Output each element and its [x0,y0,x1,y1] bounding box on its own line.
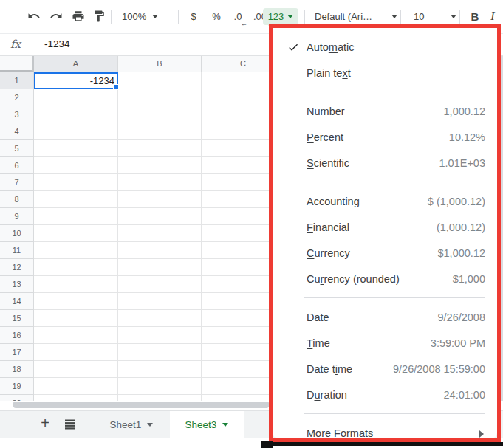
menu-item-example-value: 1.01E+03 [439,157,498,169]
menu-item-scientific[interactable]: Scientific1.01E+03 [273,150,497,176]
row-header-4[interactable]: 4 [0,123,34,140]
column-header-B[interactable]: B [118,56,202,72]
menu-item-time[interactable]: Time3:59:00 PM [273,330,497,356]
number-format-label: 123 [268,11,284,22]
format-percent-button[interactable]: % [208,6,225,27]
row-header-6[interactable]: 6 [0,157,34,174]
row-header-16[interactable]: 16 [0,327,34,344]
menu-item-accounting[interactable]: Accounting$ (1,000.12) [273,188,497,214]
menu-item-more-formats[interactable]: More Formats [273,420,497,438]
redo-button[interactable] [47,6,66,27]
row-header-7[interactable]: 7 [0,174,34,191]
format-currency-button[interactable]: $ [185,6,202,27]
arrow-left-icon: ← [241,20,247,27]
sheet-tab-label: Sheet3 [185,419,217,430]
plus-icon: + [41,415,49,432]
menu-item-example-value: 1,000.12 [444,106,497,117]
bold-button[interactable]: B [467,6,483,27]
annotation-black-line [263,442,503,446]
menu-separator [304,182,485,182]
row-header-15[interactable]: 15 [0,310,34,327]
menu-item-label: Date [307,311,329,323]
paint-format-button[interactable] [89,6,109,27]
row-header-13[interactable]: 13 [0,276,34,293]
italic-icon: I [490,10,494,23]
row-header-17[interactable]: 17 [0,344,34,361]
menu-item-example-value: 3:59:00 PM [431,337,497,349]
number-format-button[interactable]: 123 [263,8,298,25]
font-family-select[interactable]: Default (Ari… [310,6,400,27]
undo-button[interactable] [24,6,44,27]
paint-format-icon [92,10,106,23]
menu-item-date-time[interactable]: Date time9/26/2008 15:59:00 [273,356,497,382]
menu-item-label: Duration [307,389,347,401]
sheet-tab-label: Sheet1 [110,419,142,430]
row-header-9[interactable]: 9 [0,208,34,225]
menu-item-duration[interactable]: Duration24:01:00 [273,382,497,407]
menu-item-label: Currency [307,247,350,259]
font-family-value: Default (Ari… [315,11,372,22]
cell-A1[interactable]: -1234 [34,72,118,89]
row-header-10[interactable]: 10 [0,225,34,242]
menu-item-currency-rounded[interactable]: Currency (rounded)$1,000 [273,266,497,292]
print-icon [72,10,85,23]
menu-item-plain-text[interactable]: Plain text [273,60,497,86]
zoom-select[interactable]: 100% [117,6,169,27]
row-header-20[interactable]: 20 [0,395,34,401]
menu-item-example-value: 10.12% [449,131,497,143]
checkmark-placeholder [287,337,307,349]
menu-item-example-value: 24:01:00 [444,389,497,401]
menu-item-currency[interactable]: Currency$1,000.12 [273,240,497,266]
add-sheet-button[interactable]: + [35,413,55,433]
row-header-18[interactable]: 18 [0,361,34,378]
all-sheets-button[interactable] [61,415,80,434]
decrease-decimal-button[interactable]: .0 ← [228,6,247,27]
row-header-14[interactable]: 14 [0,293,34,310]
chevron-down-icon [152,15,158,18]
menu-item-date[interactable]: Date9/26/2008 [273,304,497,330]
sheet-tab-sheet3[interactable]: Sheet3 [170,411,244,438]
sheet-tab-sheet1[interactable]: Sheet1 [97,411,165,438]
row-header-11[interactable]: 11 [0,242,34,259]
fill-handle[interactable] [113,84,119,90]
checkmark-icon [287,41,307,53]
menu-item-label: More Formats [307,427,373,439]
italic-button[interactable]: I [485,6,501,27]
menu-separator [304,297,485,298]
chevron-down-icon [287,15,293,18]
menu-item-label: Plain text [307,67,351,79]
submenu-arrow-icon [479,430,484,438]
menu-item-example-value: $1,000 [453,273,497,285]
menu-items: AutomaticPlain textNumber1,000.12Percent… [273,34,497,438]
all-sheets-menu-icon [64,418,76,430]
row-header-8[interactable]: 8 [0,191,34,208]
row-header-5[interactable]: 5 [0,140,34,157]
checkmark-placeholder [287,427,307,439]
currency-icon: $ [191,11,196,22]
font-size-select[interactable]: 10 [406,6,459,27]
menu-item-automatic[interactable]: Automatic [273,34,497,60]
row-header-12[interactable]: 12 [0,259,34,276]
menu-item-label: Currency (rounded) [307,273,400,285]
column-header-A[interactable]: A [34,56,118,72]
row-header-19[interactable]: 19 [0,378,34,395]
checkmark-placeholder [287,311,307,323]
menu-item-number[interactable]: Number1,000.12 [273,98,497,124]
print-button[interactable] [69,6,88,27]
select-all-corner[interactable] [0,56,34,72]
menu-item-financial[interactable]: Financial(1,000.12) [273,214,497,240]
menu-item-label: Number [307,106,345,117]
horizontal-scrollbar[interactable] [13,402,270,408]
menu-item-example-value: (1,000.12) [437,221,497,233]
checkmark-placeholder [287,196,307,207]
google-sheets-app: 100% $ % .0 ← .00 → 123 Default (Ari… [0,0,503,448]
zoom-value: 100% [122,11,146,22]
chevron-down-icon [147,423,153,427]
row-header-3[interactable]: 3 [0,106,34,123]
menu-item-percent[interactable]: Percent10.12% [273,124,497,150]
menu-item-label: Date time [307,363,352,375]
formula-bar-value: -1234 [44,38,70,49]
chevron-down-icon [451,15,456,18]
row-header-1[interactable]: 1 [0,72,34,89]
row-header-2[interactable]: 2 [0,89,34,106]
